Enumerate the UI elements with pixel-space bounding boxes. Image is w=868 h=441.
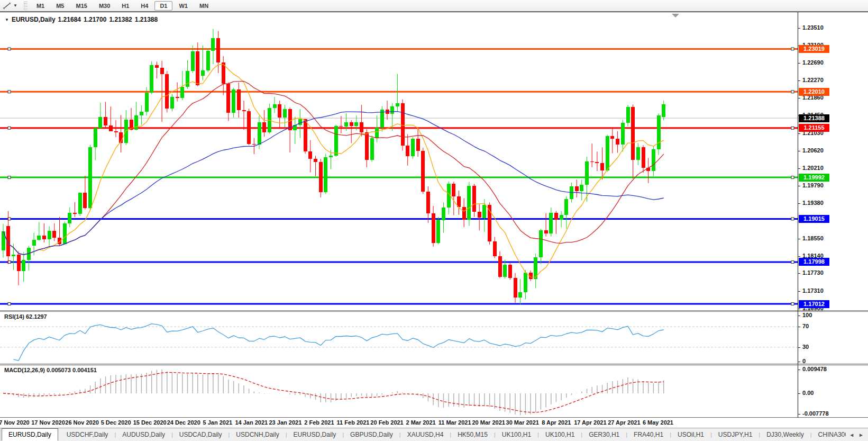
timeframe-button-D1[interactable]: D1 [154,1,172,11]
axis-tick-mark [798,393,800,394]
timeframe-button-H1[interactable]: H1 [116,1,134,11]
timeframe-button-M1[interactable]: M1 [31,1,50,11]
timeframe-button-H4[interactable]: H4 [135,1,153,11]
candle-body [575,186,579,191]
candle-body [652,149,655,171]
candle-body [160,68,164,74]
moving-average-line [3,64,664,277]
tab-hk50-m15[interactable]: HK50,M15 [451,428,494,441]
price-tick-label: 1.19790 [802,182,824,188]
tab-audusd-daily[interactable]: AUDUSD,Daily [116,428,171,441]
timeframe-button-M15[interactable]: M15 [70,1,92,11]
candle-body [42,236,46,239]
tab-scroll-left-icon[interactable]: ◄ [849,432,854,438]
candle-body [329,156,333,157]
candle-body [339,126,343,127]
level-handle [791,261,794,264]
date-tick-label: 15 Dec 2020 [133,419,167,426]
price-axis[interactable]: 1.235101.231001.226901.222701.218601.214… [798,0,868,441]
candle-body [657,115,661,149]
candle-body [426,192,430,213]
date-axis[interactable]: 7 Nov 202017 Nov 202026 Nov 20205 Dec 20… [0,418,868,428]
symbol-dropdown-icon[interactable]: ▼ [5,17,9,22]
tab-uk100-h1[interactable]: UK100,H1 [539,428,581,441]
timeframe-button-MN[interactable]: MN [194,1,214,11]
price-level-badge: 1.21388 [799,114,829,122]
candle-body [165,74,169,109]
toolbar-grip[interactable] [24,2,28,10]
timeframe-button-M5[interactable]: M5 [51,1,69,11]
candle-body [32,240,36,246]
mt4-window: ▼ M1M5M15M30H1H4D1W1MN ▼ EURUSD,Daily 1.… [0,0,868,441]
candle-body [145,93,149,112]
candle-body [12,255,15,256]
candle-body [401,103,405,146]
tab-fra40-h1[interactable]: FRA40,H1 [627,428,670,441]
candle-body [554,213,558,220]
price-level-badge: 1.17998 [799,258,829,266]
candle-body [252,144,256,145]
candle-body [590,161,594,162]
candle-body [539,230,543,257]
macd-tick-label: -0.007778 [802,410,829,417]
candle-body [360,122,363,132]
tab-usdchf-daily[interactable]: USDCHF,Daily [60,428,115,441]
price-chart-canvas[interactable] [0,12,798,310]
candle-body [37,236,41,240]
tab-ger30-h1[interactable]: GER30,H1 [582,428,626,441]
axis-tick-mark [798,168,800,169]
candle-body [396,103,399,106]
timeframe-button-W1[interactable]: W1 [173,1,193,11]
candle-body [196,51,199,85]
axis-tick-mark [798,347,800,348]
candle-body [201,70,205,76]
candle-body [278,104,281,118]
tab-eurusd-daily[interactable]: EURUSD,Daily [2,428,58,441]
axis-tick-mark [798,256,800,257]
rsi-panel-canvas[interactable] [0,312,798,364]
candle-body [150,65,153,93]
date-tick-label: 2 Mar 2021 [406,419,435,426]
tab-usdjpy-h1[interactable]: USDJPY,H1 [712,428,759,441]
tab-usdcnh-daily[interactable]: USDCNH,Daily [230,428,285,441]
timeframe-button-M30[interactable]: M30 [94,1,115,11]
tab-scroll-right-icon[interactable]: ► [858,432,864,438]
tab-uk100-h1[interactable]: UK100,H1 [496,428,537,441]
caret-down-icon[interactable]: ▼ [13,3,17,8]
trendline-tool-icon [3,2,12,10]
axis-tick-mark [798,186,800,186]
axis-tick-mark [798,327,800,327]
candle-body [549,213,553,233]
candle-body [544,230,548,233]
date-tick-label: 11 Feb 2021 [337,419,370,426]
tabbar-grip [0,428,1,441]
date-tick-label: 6 May 2021 [643,419,673,426]
tab-xauusd-h4[interactable]: XAUUSD,H4 [401,428,450,441]
date-tick-label: 17 Nov 2020 [31,419,65,426]
level-handle [791,218,794,220]
tab-usoil-h1[interactable]: USOil,H1 [671,428,710,441]
trendline-tool-button[interactable]: ▼ [0,0,20,11]
price-tick-label: 1.20620 [802,147,824,154]
candle-body [514,278,517,298]
macd-panel-canvas[interactable] [0,365,798,417]
candle-body [273,104,277,107]
candle-body [416,139,420,151]
chart-shift-marker-icon[interactable] [672,14,679,17]
timeframe-buttons: M1M5M15M30H1H4D1W1MN [31,1,214,11]
candle-body [595,162,599,163]
candle-body [237,89,241,110]
toolbar: ▼ M1M5M15M30H1H4D1W1MN [0,0,868,12]
candle-body [478,212,481,218]
level-handle [791,48,794,50]
tab-usdcad-daily[interactable]: USDCAD,Daily [173,428,229,441]
macd-values: 0.005073 0.004151 [47,367,97,373]
candle-body [324,157,327,193]
candle-body [242,110,246,111]
candle-body [564,199,568,215]
candle-body [375,128,379,138]
tab-eurusd-daily[interactable]: EURUSD,Daily [287,428,343,441]
tab-gbpusd-daily[interactable]: GBPUSD,Daily [344,428,399,441]
candle-body [68,213,71,223]
date-tick-label: 7 Nov 2020 [0,419,30,426]
